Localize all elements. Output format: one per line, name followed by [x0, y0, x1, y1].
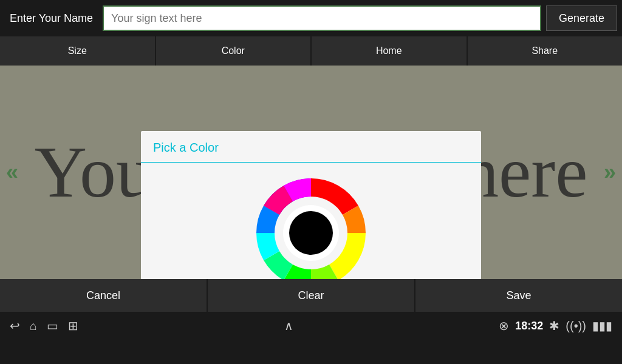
- back-icon[interactable]: ↩: [10, 318, 20, 333]
- cancel-button[interactable]: Cancel: [0, 279, 207, 312]
- next-arrow[interactable]: »: [604, 160, 616, 185]
- clear-button[interactable]: Clear: [208, 279, 414, 312]
- color-wheel-svg[interactable]: [256, 178, 366, 279]
- bottom-bar: Cancel Clear Save: [0, 279, 622, 312]
- top-bar: Enter Your Name Generate: [0, 0, 622, 36]
- enter-name-label: Enter Your Name: [5, 12, 98, 25]
- dialog-divider: [141, 162, 481, 163]
- signal-icon: ▮▮▮: [592, 318, 612, 333]
- system-bar: ↩ ⌂ ▭ ⊞ ∧ ⊗ 18:32 ✱ ((•)) ▮▮▮: [0, 312, 622, 340]
- svg-point-1: [289, 211, 333, 255]
- nav-share-button[interactable]: Share: [468, 36, 623, 66]
- recents-icon[interactable]: ▭: [47, 318, 58, 333]
- grid-icon[interactable]: ⊞: [68, 318, 78, 333]
- color-picker-dialog: Pick a Color: [141, 131, 481, 279]
- nav-bar: Size Color Home Share: [0, 36, 622, 66]
- nav-home-button[interactable]: Home: [312, 36, 466, 66]
- sign-text-input[interactable]: [103, 5, 541, 31]
- main-canvas: « Your sign text here » Pick a Color: [0, 66, 622, 279]
- sys-right-info: ⊗ 18:32 ✱ ((•)) ▮▮▮: [499, 318, 612, 333]
- up-caret-icon: ∧: [284, 318, 293, 333]
- nav-color-button[interactable]: Color: [156, 36, 311, 66]
- home-icon[interactable]: ⌂: [30, 319, 37, 333]
- wifi-icon: ((•)): [566, 319, 586, 333]
- prev-arrow[interactable]: «: [6, 160, 18, 185]
- sys-left-icons: ↩ ⌂ ▭ ⊞: [10, 318, 78, 333]
- color-wheel-container[interactable]: [141, 172, 481, 279]
- time-display: 18:32: [515, 320, 543, 332]
- sys-center: ∧: [284, 318, 293, 333]
- dialog-title: Pick a Color: [141, 131, 481, 162]
- nav-size-button[interactable]: Size: [0, 36, 155, 66]
- globe-icon: ⊗: [499, 318, 509, 333]
- generate-button[interactable]: Generate: [546, 5, 617, 31]
- bluetooth-icon: ✱: [549, 318, 559, 333]
- save-button[interactable]: Save: [415, 279, 622, 312]
